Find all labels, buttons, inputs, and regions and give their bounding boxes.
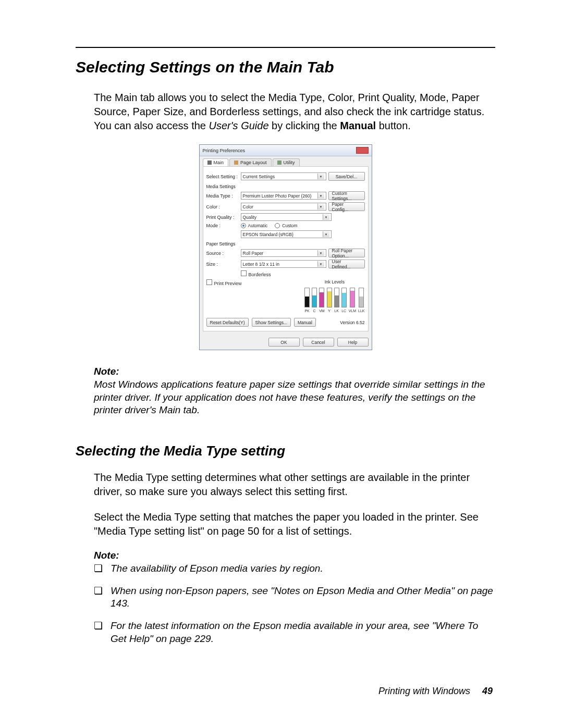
- media-type-value: Premium Luster Photo Paper (260): [243, 193, 312, 199]
- media-type-label: Media Type :: [206, 193, 239, 199]
- media-type-combo[interactable]: Premium Luster Photo Paper (260): [241, 192, 326, 200]
- print-quality-combo[interactable]: Quality: [241, 213, 332, 221]
- save-del-button[interactable]: Save/Del...: [328, 172, 365, 181]
- size-value: Letter 8 1/2 x 11 in: [243, 262, 279, 267]
- heading-main-tab: Selecting Settings on the Main Tab: [76, 58, 495, 76]
- chevron-down-icon: [323, 231, 329, 237]
- media-type-para2: Select the Media Type setting that match…: [76, 510, 495, 538]
- source-value: Roll Paper: [243, 251, 264, 256]
- borderless-label: Borderless: [249, 272, 271, 277]
- chevron-down-icon: [317, 261, 324, 267]
- roll-paper-option-button[interactable]: Roll Paper Option...: [328, 249, 365, 257]
- paper-settings-group: Paper Settings: [206, 241, 365, 246]
- borderless-checkbox[interactable]: Borderless: [241, 270, 271, 277]
- color-value: Color: [243, 204, 253, 209]
- ink-bar: LC: [341, 288, 347, 313]
- select-setting-value: Current Settings: [243, 174, 275, 179]
- tab-main[interactable]: Main: [203, 158, 229, 166]
- utility-icon: [277, 161, 282, 165]
- checkbox-icon: [206, 279, 212, 285]
- size-combo[interactable]: Letter 8 1/2 x 11 in: [241, 260, 326, 268]
- checkbox-icon: [241, 270, 247, 276]
- note1-body: Most Windows applications feature paper …: [94, 378, 495, 417]
- ink-bar: LK: [334, 288, 339, 313]
- media-settings-group: Media Settings: [206, 184, 365, 189]
- printing-preferences-dialog: Printing Preferences Main Page Layout Ut…: [199, 144, 372, 350]
- print-preview-label: Print Preview: [214, 281, 242, 286]
- intro-users-guide: User's Guide: [209, 120, 269, 131]
- chevron-down-icon: [317, 193, 324, 199]
- radio-icon: [275, 223, 280, 228]
- ink-name: LLK: [358, 309, 364, 313]
- footer-page-number: 49: [482, 686, 493, 696]
- ink-name: Y: [328, 309, 331, 313]
- select-setting-combo[interactable]: Current Settings: [241, 172, 326, 180]
- note2-item: When using non-Epson papers, see "Notes …: [111, 585, 495, 610]
- ink-bar: VM: [319, 288, 325, 313]
- tab-page-layout-label: Page Layout: [240, 160, 267, 165]
- footer-chapter: Printing with Windows: [378, 686, 470, 696]
- mode-custom-label: Custom: [282, 223, 297, 228]
- chevron-down-icon: [317, 250, 324, 256]
- custom-settings-button[interactable]: Custom Settings...: [328, 191, 365, 200]
- radio-icon: [241, 223, 246, 228]
- page-layout-icon: [234, 161, 238, 165]
- mode-profile-combo[interactable]: EPSON Standard (sRGB): [241, 230, 332, 238]
- ink-name: VLM: [349, 309, 356, 313]
- ink-bar: LLK: [358, 288, 364, 313]
- ink-bar: Y: [327, 288, 332, 313]
- print-quality-label: Print Quality :: [206, 215, 239, 220]
- note2-item: The availability of Epson media varies b…: [111, 562, 495, 575]
- show-settings-button[interactable]: Show Settings...: [252, 318, 291, 327]
- ink-name: LC: [341, 309, 346, 313]
- chevron-down-icon: [317, 204, 324, 209]
- divider: [76, 47, 495, 48]
- chevron-down-icon: [317, 174, 324, 179]
- mode-profile-value: EPSON Standard (sRGB): [243, 232, 293, 237]
- tab-utility-label: Utility: [284, 160, 295, 165]
- intro-manual: Manual: [340, 120, 376, 131]
- version-text: Version 6.52: [340, 320, 364, 325]
- intro-b: by clicking the: [269, 120, 340, 131]
- printer-icon: [207, 161, 212, 165]
- note2-item: For the latest information on the Epson …: [111, 620, 495, 645]
- user-defined-button[interactable]: User Defined...: [328, 260, 365, 268]
- help-button[interactable]: Help: [337, 338, 369, 347]
- ok-button[interactable]: OK: [268, 338, 300, 347]
- ink-name: VM: [319, 309, 325, 313]
- tab-utility[interactable]: Utility: [273, 158, 300, 166]
- intro-paragraph: The Main tab allows you to select the Me…: [76, 91, 495, 133]
- tab-page-layout[interactable]: Page Layout: [229, 158, 272, 166]
- print-preview-checkbox[interactable]: Print Preview: [206, 279, 242, 286]
- ink-name: LK: [334, 309, 339, 313]
- close-icon[interactable]: [356, 147, 369, 154]
- mode-auto-label: Automatic: [248, 223, 268, 228]
- ink-name: C: [313, 309, 316, 313]
- select-setting-label: Select Setting :: [206, 174, 239, 179]
- tab-main-label: Main: [214, 160, 224, 165]
- ink-bar: C: [312, 288, 317, 313]
- ink-bar: VLM: [349, 288, 356, 313]
- source-label: Source :: [206, 251, 239, 256]
- ink-bar: PK: [304, 288, 310, 313]
- print-quality-value: Quality: [243, 215, 256, 220]
- intro-c: button.: [376, 120, 411, 131]
- paper-config-button[interactable]: Paper Config...: [328, 202, 365, 211]
- size-label: Size :: [206, 262, 239, 267]
- manual-button[interactable]: Manual: [294, 318, 316, 327]
- reset-defaults-button[interactable]: Reset Defaults(Y): [206, 318, 249, 327]
- color-combo[interactable]: Color: [241, 203, 326, 211]
- mode-automatic-radio[interactable]: Automatic: [241, 223, 268, 228]
- source-combo[interactable]: Roll Paper: [241, 249, 326, 257]
- dialog-title: Printing Preferences: [203, 148, 246, 153]
- ink-levels: PKCVMYLKLCVLMLLK: [304, 288, 364, 313]
- mode-custom-radio[interactable]: Custom: [275, 223, 297, 228]
- note1-label: Note:: [94, 366, 495, 377]
- chevron-down-icon: [323, 214, 329, 220]
- cancel-button[interactable]: Cancel: [303, 338, 334, 347]
- color-label: Color :: [206, 204, 239, 209]
- page-footer: Printing with Windows 49: [378, 686, 493, 697]
- ink-name: PK: [304, 309, 309, 313]
- mode-label: Mode :: [206, 223, 239, 228]
- note2-label: Note:: [94, 550, 495, 561]
